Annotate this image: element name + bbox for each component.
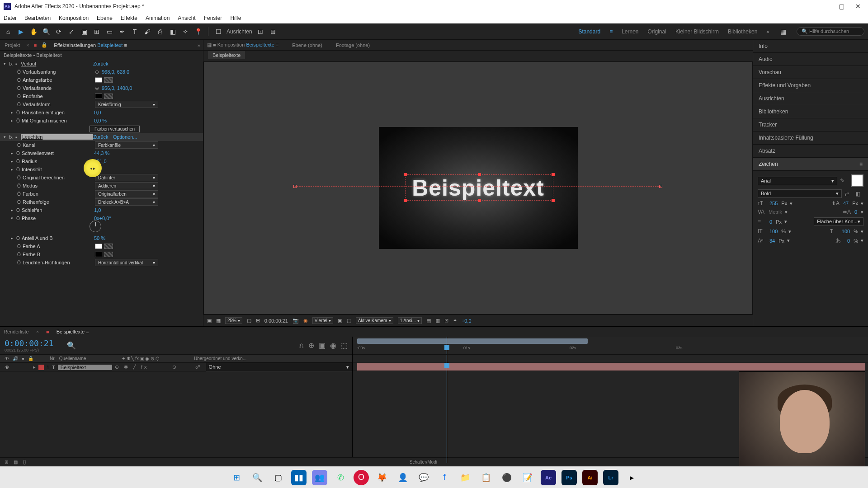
tsume-value[interactable]: 0 (847, 238, 850, 244)
selection-tool-icon[interactable]: ▶ (16, 27, 25, 36)
menu-bearbeiten[interactable]: Bearbeiten (24, 15, 51, 21)
panel-tracker[interactable]: Tracker (753, 118, 868, 131)
phase-dial[interactable] (90, 221, 101, 232)
endfarbe-swatch[interactable] (95, 94, 102, 99)
vb-i3-icon[interactable]: ⊡ (444, 318, 448, 324)
menu-komposition[interactable]: Komposition (59, 15, 89, 21)
mischen-value[interactable]: 0,0 % (94, 118, 107, 123)
status-label[interactable]: Schalter/Modi (410, 460, 437, 465)
taskbar-obs-icon[interactable]: ⚫ (499, 470, 514, 485)
zoom-dropdown[interactable]: 25% ▾ (225, 317, 242, 324)
hscale-value[interactable]: 100 (842, 229, 850, 234)
anfangsfarbe-picker-icon[interactable] (104, 77, 113, 83)
verlaufsanfang-value[interactable]: 968,0, 628,0 (102, 69, 129, 75)
taskbar-facebook-icon[interactable]: f (437, 470, 452, 485)
kanal-dropdown[interactable]: Farbkanäle▾ (95, 141, 158, 149)
farben-vertauschen-button[interactable]: Farben vertauschen (90, 126, 140, 132)
vb-timecode[interactable]: 0:00:00:21 (264, 318, 288, 324)
maximize-button[interactable]: ▢ (839, 3, 844, 10)
tab-footage[interactable]: Footage (ohne) (336, 42, 370, 48)
camera-tool-icon[interactable]: ▣ (80, 27, 89, 36)
orbit-tool-icon[interactable]: ⟳ (54, 27, 63, 36)
workspace-overflow-icon[interactable]: » (766, 28, 769, 35)
vb-channel-icon[interactable]: ▦ (216, 318, 221, 324)
status-i2-icon[interactable]: ▦ (14, 460, 18, 465)
tl-opt2-icon[interactable]: ⊕ (308, 341, 314, 350)
fill-color-swatch[interactable] (851, 174, 863, 187)
help-search-input[interactable]: 🔍 Hilfe durchsuchen (797, 27, 864, 36)
panel-absatz[interactable]: Absatz (753, 145, 868, 158)
zoom-tool-icon[interactable]: 🔍 (42, 27, 51, 36)
tab-renderliste[interactable]: Renderliste (4, 329, 29, 334)
menu-animation[interactable]: Animation (146, 15, 170, 21)
puppet-tool-icon[interactable]: 📍 (193, 27, 203, 36)
workspace-menu-icon[interactable]: ≡ (609, 28, 613, 35)
font-weight-dropdown[interactable]: Bold▾ (758, 189, 842, 198)
vb-toggle1-icon[interactable]: ▣ (338, 318, 342, 324)
panel-effekte[interactable]: Effekte und Vorgaben (753, 79, 868, 92)
taskbar-more-icon[interactable]: ▸ (624, 470, 639, 485)
exposure-value[interactable]: +0,0 (462, 318, 472, 324)
snap-opt1-icon[interactable]: ⊡ (256, 27, 265, 36)
farbe-a-swatch[interactable] (95, 244, 102, 249)
vb-i2-icon[interactable]: ▥ (435, 318, 440, 324)
panel-vorschau[interactable]: Vorschau (753, 66, 868, 79)
eyedropper-icon[interactable]: ✎ (840, 178, 848, 184)
menu-effekte[interactable]: Effekte (121, 15, 137, 21)
layer-name-field[interactable]: Beispieltext (58, 365, 112, 370)
eraser-tool-icon[interactable]: ◧ (168, 27, 177, 36)
pen-tool-icon[interactable]: ✒ (118, 27, 127, 36)
tab-projekt[interactable]: Projekt (3, 42, 22, 49)
fx-leuchten-header[interactable]: Leuchten (21, 134, 93, 140)
baseline-value[interactable]: 34 (769, 238, 775, 244)
panel-menu-icon[interactable]: ≡ (859, 161, 863, 167)
comp-subtab[interactable]: Beispieltexte (208, 51, 245, 59)
tl-opt5-icon[interactable]: ⬚ (341, 341, 348, 350)
panel-info[interactable]: Info (753, 40, 868, 53)
schleifen-value[interactable]: 1,0 (94, 207, 101, 213)
farbe-a-picker-icon[interactable] (104, 244, 113, 249)
workspace-standard[interactable]: Standard (578, 28, 600, 35)
tab-timeline-comp[interactable]: Beispieltexte ≡ (57, 329, 89, 334)
taskbar-firefox-icon[interactable]: 🦊 (374, 470, 390, 485)
taskbar-teams-icon[interactable]: 👥 (312, 470, 327, 485)
taskbar-search-icon[interactable]: 🔍 (250, 470, 265, 485)
views-dropdown[interactable]: 1 Ansi... ▾ (398, 317, 422, 324)
vb-snapshot-icon[interactable]: 📷 (292, 318, 299, 324)
richtungen-dropdown[interactable]: Horizontal und vertikal▾ (95, 259, 158, 266)
shape-tool-icon[interactable]: ▭ (105, 27, 114, 36)
brush-tool-icon[interactable]: 🖌 (143, 27, 152, 36)
panel-inhalt[interactable]: Inhaltsbasierte Füllung (753, 131, 868, 145)
minimize-button[interactable]: — (821, 3, 828, 10)
menu-ebene[interactable]: Ebene (97, 15, 113, 21)
work-area-bar[interactable] (357, 338, 588, 344)
fx-leuchten-options[interactable]: Optionen... (113, 134, 137, 140)
timeline-search-icon[interactable]: 🔍 (67, 341, 76, 350)
camera-dropdown[interactable]: Aktive Kamera ▾ (356, 317, 393, 324)
modus-dropdown[interactable]: Addieren▾ (95, 182, 158, 189)
fx-leuchten-reset[interactable]: Zurück (93, 134, 108, 140)
rauschen-value[interactable]: 0,0 (94, 110, 101, 115)
taskbar-explorer-icon[interactable]: ▮▮ (291, 470, 307, 485)
taskbar-app1-icon[interactable]: O (354, 470, 369, 485)
panel-ausrichten[interactable]: Ausrichten (753, 92, 868, 105)
font-size-value[interactable]: 255 (769, 201, 778, 206)
endfarbe-picker-icon[interactable] (104, 94, 113, 99)
workspace-lernen[interactable]: Lernen (622, 28, 638, 35)
phase-value[interactable]: 0x+0,0° (94, 216, 111, 221)
workspace-grid-icon[interactable]: ▦ (778, 27, 788, 36)
taskbar-app3-icon[interactable]: 📋 (478, 470, 494, 485)
home-icon[interactable]: ⌂ (4, 27, 13, 36)
status-i1-icon[interactable]: ⊞ (5, 460, 8, 465)
stroke-swatch-icon[interactable]: ◧ (855, 191, 863, 197)
vb-color-icon[interactable]: ◉ (303, 318, 308, 324)
tab-ebene[interactable]: Ebene (ohne) (292, 42, 322, 48)
reihenfolge-dropdown[interactable]: Dreieck A>B>A▾ (95, 198, 158, 206)
panel-zeichen[interactable]: Zeichen≡ (753, 158, 868, 171)
vb-i4-icon[interactable]: ✦ (453, 318, 457, 324)
taskbar-ps-icon[interactable]: Ps (561, 470, 577, 485)
snap-checkbox[interactable]: ☐ (214, 27, 223, 36)
close-button[interactable]: ✕ (855, 3, 861, 10)
panel-overflow-icon[interactable]: » (198, 42, 200, 48)
tracking-value[interactable]: 0 (854, 209, 857, 215)
